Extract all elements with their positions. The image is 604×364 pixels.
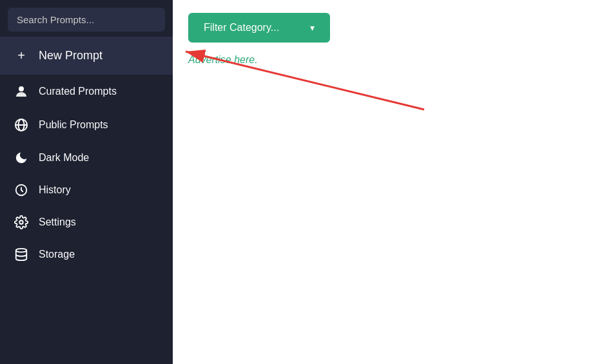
public-prompts-label: Public Prompts bbox=[39, 119, 108, 131]
moon-icon bbox=[13, 151, 30, 165]
sidebar-item-dark-mode[interactable]: Dark Mode bbox=[0, 142, 173, 174]
sidebar-item-settings[interactable]: Settings bbox=[0, 206, 173, 238]
svg-point-0 bbox=[19, 86, 24, 91]
sidebar-item-storage[interactable]: Storage bbox=[0, 238, 173, 271]
storage-label: Storage bbox=[39, 249, 75, 260]
sidebar-item-curated-prompts[interactable]: Curated Prompts bbox=[0, 75, 173, 108]
storage-icon bbox=[13, 247, 30, 262]
sidebar-item-history[interactable]: History bbox=[0, 174, 173, 206]
curated-prompts-label: Curated Prompts bbox=[39, 86, 117, 97]
sidebar: Search Prompts... + New Prompt Curated P… bbox=[0, 0, 173, 364]
chevron-down-icon: ▾ bbox=[310, 23, 315, 33]
sidebar-item-public-prompts[interactable]: Public Prompts bbox=[0, 108, 173, 142]
filter-category-label: Filter Category... bbox=[204, 22, 279, 34]
curated-prompts-icon bbox=[13, 84, 30, 99]
search-input[interactable]: Search Prompts... bbox=[8, 8, 165, 32]
svg-point-5 bbox=[19, 220, 23, 224]
new-prompt-label: New Prompt bbox=[39, 49, 102, 62]
gear-icon bbox=[13, 215, 30, 229]
settings-label: Settings bbox=[39, 216, 76, 228]
plus-icon: + bbox=[13, 48, 30, 63]
advertise-text: Advertise here. bbox=[188, 54, 589, 66]
globe-icon bbox=[13, 117, 30, 133]
history-label: History bbox=[39, 184, 71, 196]
svg-point-6 bbox=[16, 249, 27, 253]
filter-category-button[interactable]: Filter Category... ▾ bbox=[188, 13, 330, 43]
sidebar-item-new-prompt[interactable]: + New Prompt bbox=[0, 37, 173, 75]
main-content: Filter Category... ▾ Advertise here. bbox=[173, 0, 604, 364]
clock-icon bbox=[13, 183, 30, 197]
dark-mode-label: Dark Mode bbox=[39, 152, 89, 164]
